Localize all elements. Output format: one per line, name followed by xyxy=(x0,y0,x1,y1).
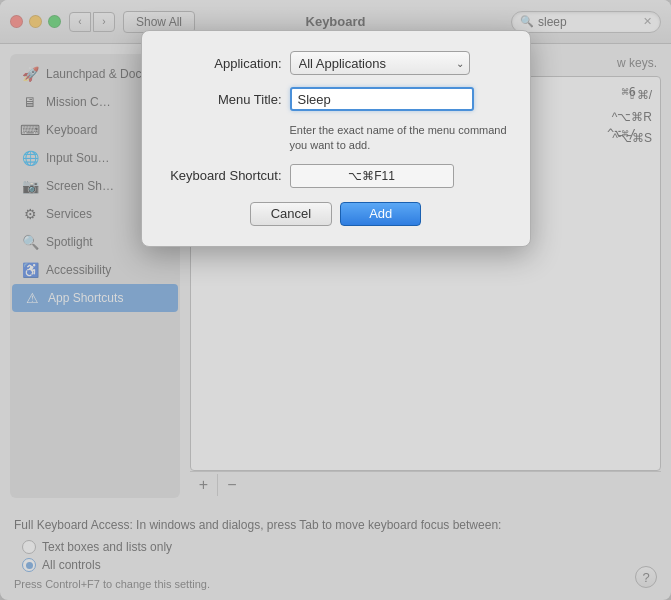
menu-title-label: Menu Title: xyxy=(162,92,282,107)
application-select[interactable]: All Applications xyxy=(290,51,470,75)
application-select-wrapper: All Applications ⌄ xyxy=(290,51,470,75)
dialog-application-row: Application: All Applications ⌄ xyxy=(162,51,510,75)
dialog-buttons: Cancel Add xyxy=(162,202,510,226)
add-shortcut-dialog: Application: All Applications ⌄ Menu Tit… xyxy=(141,30,531,247)
dialog-shortcut-row: Keyboard Shortcut: xyxy=(162,164,510,188)
keyboard-preferences-window: ‹ › Show All Keyboard 🔍 ✕ 🚀 Launchpad & … xyxy=(0,0,671,600)
cancel-button[interactable]: Cancel xyxy=(250,202,332,226)
menu-title-input[interactable] xyxy=(290,87,474,111)
application-label: Application: xyxy=(162,56,282,71)
dialog-menu-title-row: Menu Title: xyxy=(162,87,510,111)
dialog-overlay: Application: All Applications ⌄ Menu Tit… xyxy=(0,0,671,600)
keyboard-shortcut-input[interactable] xyxy=(290,164,454,188)
dialog-hint: Enter the exact name of the menu command… xyxy=(290,123,510,154)
keyboard-shortcut-label: Keyboard Shortcut: xyxy=(162,168,282,183)
add-button[interactable]: Add xyxy=(340,202,421,226)
